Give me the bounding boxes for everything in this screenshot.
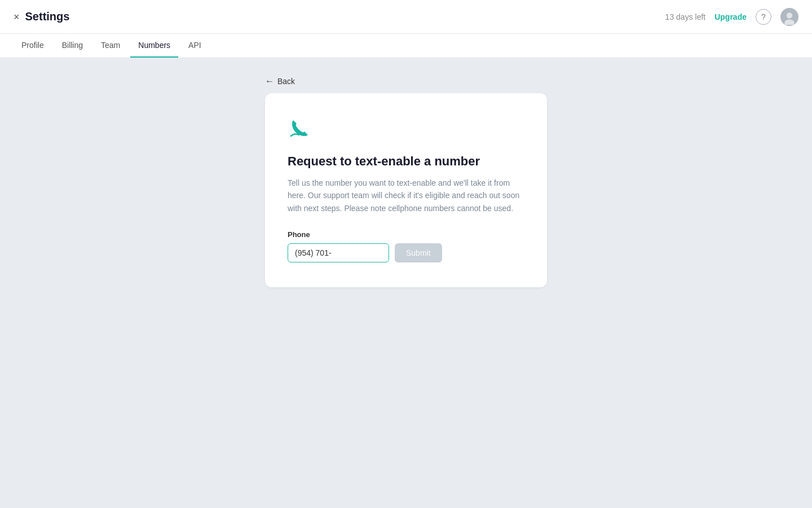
phone-input[interactable]: [288, 243, 389, 262]
tab-profile[interactable]: Profile: [14, 34, 52, 58]
back-arrow-icon: ←: [265, 76, 274, 86]
back-link-container: ← Back: [265, 76, 547, 86]
card: Request to text-enable a number Tell us …: [265, 93, 547, 287]
help-icon[interactable]: ?: [756, 9, 771, 25]
tab-team[interactable]: Team: [93, 34, 128, 58]
header: × Settings 13 days left Upgrade ?: [0, 0, 812, 34]
back-label: Back: [277, 77, 295, 86]
page-title: Settings: [25, 10, 70, 23]
card-title: Request to text-enable a number: [288, 154, 524, 169]
close-icon[interactable]: ×: [14, 12, 20, 22]
nav-tabs: Profile Billing Team Numbers API: [0, 34, 812, 58]
tab-billing[interactable]: Billing: [54, 34, 91, 58]
upgrade-link[interactable]: Upgrade: [714, 12, 747, 21]
main-content: ← Back Request to text-enable a number T…: [0, 58, 812, 305]
form-row: Submit: [288, 243, 524, 262]
phone-label: Phone: [288, 230, 524, 239]
back-link[interactable]: ← Back: [265, 76, 295, 86]
submit-button[interactable]: Submit: [395, 243, 442, 262]
phone-icon: [288, 116, 524, 143]
svg-point-1: [787, 12, 793, 19]
avatar[interactable]: [780, 8, 798, 26]
trial-text: 13 days left: [665, 12, 706, 21]
tab-numbers[interactable]: Numbers: [130, 34, 178, 58]
card-description: Tell us the number you want to text-enab…: [288, 177, 524, 214]
header-right: 13 days left Upgrade ?: [665, 8, 798, 26]
tab-api[interactable]: API: [180, 34, 209, 58]
header-left: × Settings: [14, 10, 69, 23]
